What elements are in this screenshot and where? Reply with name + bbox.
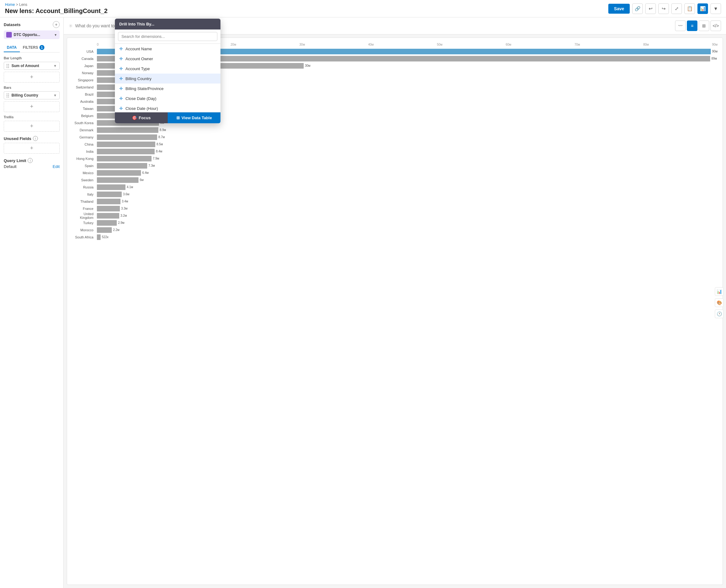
bar-row[interactable]: United Kingdom3.2м (72, 212, 718, 219)
x-axis-tick: 0 (97, 43, 99, 46)
bar-value-label: 3.3м (121, 207, 128, 210)
drill-item[interactable]: ✛Account Name (115, 44, 221, 54)
bar-value-label: 2.2м (113, 228, 120, 232)
bar-row[interactable]: Mexico6.4м (72, 169, 718, 176)
bar-row[interactable]: Turkey2.9м (72, 219, 718, 226)
drill-search-input[interactable] (118, 32, 217, 41)
drill-item-label: Close Date (Day) (125, 96, 157, 101)
bar-value-label: 8.5м (157, 143, 163, 146)
view-data-label: View Data Table (182, 115, 212, 120)
tab-data[interactable]: DATA (4, 43, 20, 52)
bar-country-label: France (72, 207, 95, 210)
bar-row[interactable]: France3.3м (72, 205, 718, 212)
viz-bar-chart-icon[interactable]: ≡ (687, 20, 698, 31)
bar-row[interactable]: Russia4.1м (72, 184, 718, 190)
add-bar-length-button[interactable]: + (4, 72, 60, 83)
dataset-selector[interactable]: DTC Opportu... ▼ (4, 30, 60, 39)
chart-type-icon[interactable]: 📊 (698, 3, 708, 14)
query-limit-info-icon[interactable]: i (28, 158, 33, 163)
sum-of-amount-pill[interactable]: Sum of Amount ▼ (4, 62, 60, 70)
viz-code-icon[interactable]: </> (710, 20, 721, 31)
bar-country-label: Switzerland (72, 85, 95, 89)
bar-country-label: Brazil (72, 92, 95, 96)
breadcrumb-home[interactable]: Home (5, 2, 15, 7)
drill-item[interactable]: ✛Account Owner (115, 54, 221, 64)
bar-row[interactable]: Morocco2.2м (72, 227, 718, 233)
bar-row[interactable]: Thailand3.4м (72, 198, 718, 205)
bar-fill (97, 156, 151, 162)
bar-value-label: 8.7м (158, 135, 165, 139)
drill-item[interactable]: ✛Close Date (Day) (115, 93, 221, 103)
share-icon[interactable]: 🔗 (632, 3, 643, 14)
bar-row[interactable]: Germany8.7м (72, 134, 718, 140)
bar-row[interactable]: Sweden6м (72, 177, 718, 183)
bar-fill (97, 192, 122, 197)
redo-icon[interactable]: ↪ (658, 3, 669, 14)
bar-row[interactable]: Hong Kong7.9м (72, 155, 718, 162)
bar-country-label: Russia (72, 185, 95, 189)
bar-country-label: Morocco (72, 228, 95, 232)
page-title: New lens: Account_BillingCount_2 (5, 7, 107, 15)
datasets-label: Datasets (4, 22, 20, 27)
add-trellis-button[interactable]: + (4, 121, 60, 132)
drill-item-cross-icon: ✛ (119, 96, 123, 101)
bar-country-label: Turkey (72, 221, 95, 225)
chart-options-icon[interactable]: 📊 (715, 287, 724, 296)
drill-item-label: Account Name (125, 46, 152, 51)
billing-country-pill[interactable]: Billing Country ▼ (4, 91, 60, 99)
save-as-icon[interactable]: 📋 (684, 3, 695, 14)
unused-fields-label: Unused Fields (4, 136, 32, 141)
x-axis-tick: 80м (643, 43, 649, 46)
drill-item[interactable]: ✛Billing State/Province (115, 84, 221, 93)
save-button[interactable]: Save (608, 4, 630, 14)
add-dataset-button[interactable]: + (53, 21, 60, 28)
undo-icon[interactable]: ↩ (645, 3, 656, 14)
query-default-value: Default (4, 164, 17, 169)
bar-value-label: 8.9м (160, 128, 166, 132)
more-options-icon[interactable]: ▼ (710, 3, 721, 14)
bar-row[interactable]: India8.4м (72, 148, 718, 154)
dataset-name: DTC Opportu... (14, 33, 52, 37)
drill-search (115, 29, 221, 44)
drill-item[interactable]: ✛Billing Country (115, 74, 221, 84)
drill-item-label: Billing State/Province (125, 86, 164, 91)
bar-row[interactable]: Italy3.6м (72, 191, 718, 197)
drill-item[interactable]: ✛Account Type (115, 64, 221, 74)
bar-row[interactable]: Spain7.3м (72, 162, 718, 169)
tab-filters[interactable]: FILTERS 1 (20, 43, 47, 52)
viz-table-icon[interactable]: ⊞ (699, 20, 709, 31)
bar-country-label: Australia (72, 100, 95, 103)
add-unused-field-button[interactable]: + (4, 143, 60, 154)
bar-country-label: Taiwan (72, 107, 95, 110)
bar-row[interactable]: Denmark8.9м (72, 127, 718, 133)
pill-chevron-icon: ▼ (54, 64, 57, 68)
bar-value-label: 90м (712, 50, 718, 53)
x-axis-tick: 40м (368, 43, 374, 46)
history-icon[interactable]: 🕐 (715, 310, 724, 318)
bar-row[interactable]: South Africa522к (72, 234, 718, 240)
bar-country-label: Denmark (72, 128, 95, 132)
viz-wave-icon[interactable]: 〰 (675, 20, 686, 31)
bar-value-label: 8.4м (156, 150, 162, 153)
bar-fill (97, 134, 157, 140)
breadcrumb: Home > Lens (5, 2, 107, 7)
filter-badge: 1 (39, 45, 44, 50)
query-limit-edit-link[interactable]: Edit (53, 164, 60, 169)
bar-value-label: 3.4м (122, 200, 128, 203)
drill-footer: 🎯 Focus ⊞ View Data Table (115, 112, 221, 123)
drill-item-cross-icon: ✛ (119, 106, 123, 111)
unused-fields-info-icon[interactable]: i (33, 136, 38, 141)
fullscreen-icon[interactable]: ⤢ (671, 3, 682, 14)
x-axis-tick: 20м (231, 43, 236, 46)
bar-fill (97, 184, 125, 190)
drill-view-data-button[interactable]: ⊞ View Data Table (168, 112, 221, 123)
drill-item-label: Account Owner (125, 57, 153, 61)
drill-item[interactable]: ✛Close Date (Hour) (115, 103, 221, 112)
drill-focus-button[interactable]: 🎯 Focus (115, 112, 168, 123)
style-icon[interactable]: 🎨 (715, 298, 724, 307)
add-bars-button[interactable]: + (4, 101, 60, 112)
bar-fill (97, 127, 158, 133)
bar-row[interactable]: China8.5м (72, 141, 718, 147)
bar-fill (97, 227, 112, 233)
bar-value-label: 30м (305, 64, 311, 67)
